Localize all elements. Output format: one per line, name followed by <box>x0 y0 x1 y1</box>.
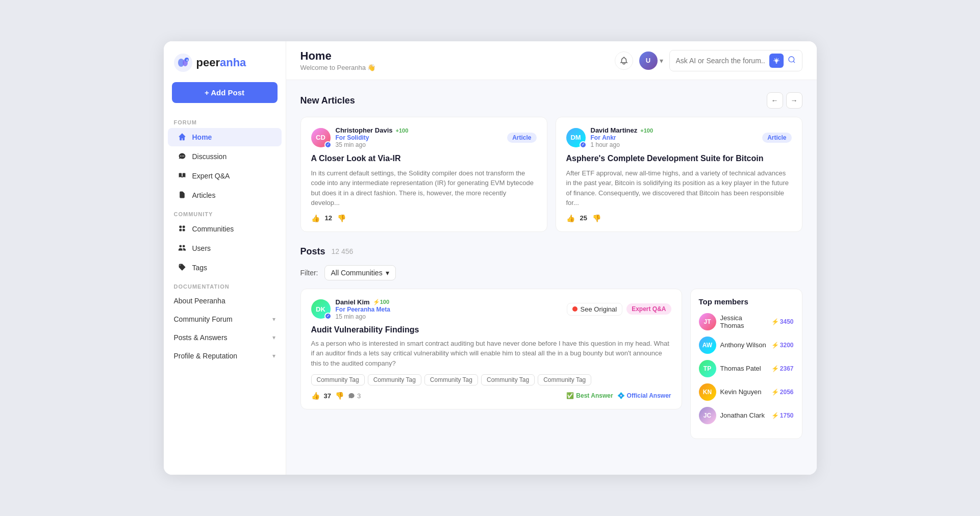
svg-point-5 <box>789 57 794 62</box>
answer-badges-0: ✅ Best Answer 💠 Official Answer <box>566 392 671 399</box>
sidebar-doc-profile-reputation[interactable]: Profile & Reputation ▾ <box>164 347 286 365</box>
user-avatar: U <box>639 51 658 70</box>
article-card-0: CD ✓ Christopher Davis +100 <box>300 117 547 232</box>
article-card-1: DM ✓ David Martinez +100 <box>556 117 802 232</box>
sidebar-item-discussion[interactable]: Discussion <box>168 147 282 166</box>
articles-icon <box>178 191 187 200</box>
documentation-section-label: DOCUMENTATION <box>164 277 286 292</box>
article-title-0[interactable]: A Closer Look at Via-IR <box>311 153 537 164</box>
downvote-button-1[interactable]: 👎 <box>592 214 601 222</box>
sidebar-item-articles[interactable]: Articles <box>168 186 282 204</box>
user-avatar-group[interactable]: U ▾ <box>639 51 663 70</box>
member-avatar-4: JC <box>699 407 716 424</box>
member-name-4: Jonathan Clark <box>720 411 767 419</box>
tag-0-0[interactable]: Community Tag <box>311 374 365 385</box>
post-title-0[interactable]: Audit Vulnerability Findings <box>311 325 671 334</box>
tag-0-1[interactable]: Community Tag <box>368 374 421 385</box>
search-input[interactable] <box>676 57 765 65</box>
svg-point-4 <box>186 59 188 61</box>
article-author-row-0: CD ✓ Christopher Davis +100 <box>311 126 537 148</box>
member-score-1: ⚡3200 <box>771 342 794 349</box>
post-badges-0: See Original Expert Q&A <box>567 303 671 316</box>
member-row-3[interactable]: KN Kevin Nguyen ⚡2056 <box>699 383 794 401</box>
article-badge-1: Article <box>762 133 791 143</box>
articles-next-button[interactable]: → <box>786 92 802 109</box>
upvote-button-0[interactable]: 👍 <box>311 214 320 222</box>
article-actions-0: 👍 12 👎 <box>311 214 537 222</box>
post-author-details-0: Daniel Kim ⚡100 For Peeranha Meta 15 min <box>336 298 390 320</box>
search-bar <box>669 50 802 71</box>
posts-section-title: Posts <box>300 246 325 257</box>
community-filter-dropdown[interactable]: All Communities ▾ <box>324 265 396 280</box>
post-bottom-row-0: 👍 37 👎 3 ✅ B <box>311 392 671 400</box>
downvote-button-0[interactable]: 👎 <box>337 214 346 222</box>
member-name-0: Jessica Thomas <box>720 314 767 329</box>
sidebar: peeranha + Add Post FORUM Home Discussio… <box>164 41 286 475</box>
tag-0-4[interactable]: Community Tag <box>538 374 591 385</box>
comments-button-0[interactable]: 3 <box>348 392 361 400</box>
notifications-button[interactable] <box>615 51 633 70</box>
posts-count: 12 456 <box>332 247 354 255</box>
post-excerpt-0: As a person who is interested in smart c… <box>311 339 671 369</box>
chevron-down-icon: ▾ <box>386 269 389 277</box>
posts-layout: DK ✓ Daniel Kim ⚡100 <box>300 289 802 439</box>
see-original-button[interactable]: See Original <box>567 303 623 316</box>
member-row-0[interactable]: JT Jessica Thomas ⚡3450 <box>699 313 794 330</box>
verified-badge: ✓ <box>580 141 587 148</box>
articles-section-header: New Articles ← → <box>300 92 802 109</box>
chevron-down-icon: ▾ <box>272 352 275 359</box>
page-title: Home <box>300 49 376 63</box>
sidebar-doc-posts-answers[interactable]: Posts & Answers ▾ <box>164 329 286 346</box>
member-name-1: Anthony Wilson <box>720 341 767 349</box>
sidebar-item-articles-label: Articles <box>192 191 271 199</box>
tag-0-2[interactable]: Community Tag <box>424 374 478 385</box>
member-score-0: ⚡3450 <box>771 318 794 325</box>
article-author-info-1: DM ✓ David Martinez +100 <box>566 126 654 148</box>
post-author-for-0: For Peeranha Meta <box>336 306 390 313</box>
member-row-2[interactable]: TP Thomas Patel ⚡2367 <box>699 360 794 377</box>
article-excerpt-1: After ETF approval, new all-time highs, … <box>566 168 792 208</box>
top-members-card: Top members JT Jessica Thomas ⚡3450 AW <box>690 289 802 439</box>
avatar: DM ✓ <box>566 128 586 147</box>
sidebar-item-users[interactable]: Users <box>168 239 282 257</box>
filter-label: Filter: <box>300 269 318 277</box>
sidebar-item-expert-qa[interactable]: Expert Q&A <box>168 167 282 185</box>
member-row-4[interactable]: JC Jonathan Clark ⚡1750 <box>699 407 794 424</box>
upvote-button-1[interactable]: 👍 <box>566 214 575 222</box>
member-avatar-2: TP <box>699 360 716 377</box>
sidebar-doc-community-forum[interactable]: Community Forum ▾ <box>164 311 286 328</box>
post-top-row-0: DK ✓ Daniel Kim ⚡100 <box>311 298 671 320</box>
article-excerpt-0: In its current default settings, the Sol… <box>311 168 537 208</box>
discussion-icon <box>178 152 187 161</box>
post-downvote-button-0[interactable]: 👎 <box>335 392 344 400</box>
add-post-button[interactable]: + Add Post <box>172 82 278 103</box>
post-upvote-button-0[interactable]: 👍 <box>311 392 320 400</box>
sidebar-item-home-label: Home <box>192 133 271 141</box>
sidebar-item-communities[interactable]: Communities <box>168 220 282 238</box>
articles-grid: CD ✓ Christopher Davis +100 <box>300 117 802 232</box>
top-members-title: Top members <box>699 297 794 306</box>
article-title-1[interactable]: Asphere's Complete Development Suite for… <box>566 153 792 164</box>
header: Home Welcome to Peeranha 👋 U ▾ <box>286 41 817 80</box>
articles-prev-button[interactable]: ← <box>767 92 783 109</box>
post-upvote-count-0: 37 <box>324 392 331 400</box>
ai-search-button[interactable] <box>769 54 784 68</box>
member-row-1[interactable]: AW Anthony Wilson ⚡3200 <box>699 337 794 354</box>
verified-badge: ✓ <box>324 313 332 320</box>
author-for-0: For Solidity <box>336 134 409 141</box>
search-submit-button[interactable] <box>788 56 796 66</box>
post-tags-0: Community Tag Community Tag Community Ta… <box>311 374 671 385</box>
sidebar-item-tags[interactable]: Tags <box>168 259 282 277</box>
users-icon <box>178 244 187 253</box>
sidebar-item-users-label: Users <box>192 244 271 252</box>
sidebar-item-home[interactable]: Home <box>168 128 282 146</box>
member-avatar-3: KN <box>699 383 716 401</box>
community-section-label: COMMUNITY <box>164 205 286 219</box>
article-actions-1: 👍 25 👎 <box>566 214 792 222</box>
sidebar-doc-about[interactable]: About Peeranha <box>164 292 286 309</box>
see-original-dot <box>572 306 577 312</box>
tag-0-3[interactable]: Community Tag <box>481 374 535 385</box>
article-author-info-0: CD ✓ Christopher Davis +100 <box>311 126 409 148</box>
author-score-0: +100 <box>395 127 408 134</box>
post-card-0: DK ✓ Daniel Kim ⚡100 <box>300 289 682 410</box>
